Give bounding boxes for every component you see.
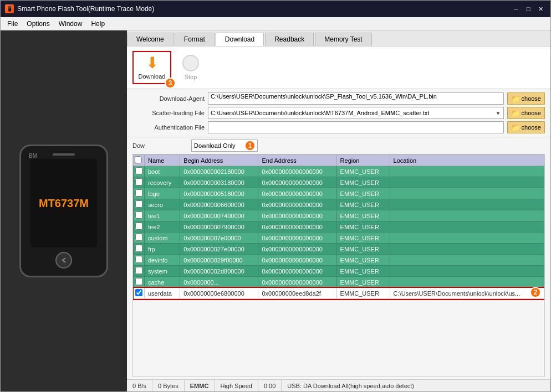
close-button[interactable]: ✕ [535, 4, 546, 14]
row-region: EMMC_USER [336, 255, 390, 266]
row-region: EMMC_USER [336, 221, 390, 233]
menu-options[interactable]: Options [22, 19, 54, 29]
phone-corner-label: BM [29, 153, 37, 159]
row-begin-address: 0x0000000005180000 [180, 188, 258, 199]
row-location [390, 199, 544, 210]
row-checkbox-cell [134, 288, 145, 299]
table-header-row: Name Begin Address End Address Region Lo… [134, 155, 544, 166]
table-row: frp 0x0000000027e00000 0x000000000000000… [134, 244, 544, 255]
menu-window[interactable]: Window [54, 19, 87, 29]
row-checkbox[interactable] [135, 234, 142, 241]
row-location [390, 277, 544, 288]
tab-readback[interactable]: Readback [265, 33, 314, 46]
maximize-button[interactable]: □ [523, 4, 534, 14]
row-location [390, 221, 544, 233]
badge-3: 3 [165, 78, 176, 89]
row-checkbox[interactable] [135, 289, 142, 296]
row-end-address: 0x0000000000000000 [258, 166, 336, 177]
minimize-button[interactable]: ─ [511, 4, 522, 14]
elapsed-time: 0:00 [258, 380, 282, 391]
row-name: frp [145, 244, 180, 255]
row-end-address: 0x0000000000000000 [258, 233, 336, 244]
window-title: Smart Phone Flash Tool(Runtime Trace Mod… [17, 5, 154, 13]
row-checkbox-cell [134, 266, 145, 277]
row-region: EMMC_USER [336, 288, 390, 299]
row-name: tee2 [145, 221, 180, 233]
status-bar: 0 B/s 0 Bytes EMMC High Speed 0:00 USB: … [127, 379, 550, 391]
row-checkbox[interactable] [135, 178, 142, 185]
row-location [390, 177, 544, 188]
tab-format[interactable]: Format [175, 33, 215, 46]
phone-home-button [55, 252, 72, 269]
row-begin-address: 0x0000000... [180, 277, 258, 288]
row-begin-address: 0x0000000006600000 [180, 199, 258, 210]
row-location [390, 233, 544, 244]
row-checkbox[interactable] [135, 167, 142, 174]
row-checkbox-cell [134, 233, 145, 244]
row-name: custom [145, 233, 180, 244]
menu-file[interactable]: File [3, 19, 22, 29]
fields-area: Download-Agent C:\Users\USER\Documents\u… [127, 89, 550, 137]
row-begin-address: 0x0000000029f00000 [180, 255, 258, 266]
menu-help[interactable]: Help [86, 19, 109, 29]
row-checkbox-cell [134, 255, 145, 266]
row-region: EMMC_USER [336, 266, 390, 277]
download-arrow-icon: ⬇ [146, 55, 159, 71]
row-checkbox[interactable] [135, 267, 142, 274]
row-end-address: 0x00000000eed8da2f [258, 288, 336, 299]
transfer-rate: 0 B/s [127, 380, 152, 391]
row-region: EMMC_USER [336, 244, 390, 255]
row-end-address: 0x0000000000000000 [258, 277, 336, 288]
flash-table: Name Begin Address End Address Region Lo… [133, 154, 544, 299]
row-checkbox[interactable] [135, 278, 142, 285]
stop-button-label: Stop [185, 74, 197, 80]
phone-screen: MT6737M [30, 159, 97, 247]
download-mode-row: Dow Download Only Format All + Download … [127, 137, 550, 154]
phone-image: BM MT6737M [19, 145, 108, 277]
row-checkbox[interactable] [135, 256, 142, 263]
tab-memory-test[interactable]: Memory Test [315, 33, 371, 46]
status-message: USB: DA Download All(high speed,auto det… [282, 380, 550, 391]
scatter-file-input[interactable]: C:\Users\USER\Documents\unlock\unlock\MT… [208, 107, 504, 119]
table-row: system 0x000000002d800000 0x000000000000… [134, 266, 544, 277]
download-agent-label: Download-Agent [132, 95, 205, 102]
row-location [390, 244, 544, 255]
table-row: logo 0x0000000005180000 0x00000000000000… [134, 188, 544, 199]
scatter-choose-button[interactable]: 📁 choose [507, 107, 545, 119]
table-row: devinfo 0x0000000029f00000 0x00000000000… [134, 255, 544, 266]
row-region: EMMC_USER [336, 233, 390, 244]
auth-file-input[interactable] [208, 121, 504, 133]
menu-bar: File Options Window Help [1, 17, 550, 30]
row-location [390, 210, 544, 221]
choose-label-3: choose [522, 124, 541, 131]
row-checkbox[interactable] [135, 223, 142, 230]
tab-bar: Welcome Format Download Readback Memory … [127, 30, 550, 47]
download-button-label: Download [139, 73, 166, 80]
row-checkbox[interactable] [135, 200, 142, 208]
row-checkbox[interactable] [135, 212, 142, 219]
row-begin-address: 0x000000007e00000 [180, 233, 258, 244]
row-name: userdata [145, 288, 180, 299]
badge-1: 1 [244, 140, 256, 151]
row-checkbox[interactable] [135, 245, 142, 252]
row-end-address: 0x0000000000000000 [258, 266, 336, 277]
phone-speaker [53, 153, 75, 156]
download-agent-choose-button[interactable]: 📁 choose [507, 92, 545, 105]
stop-button[interactable]: Stop [182, 55, 199, 80]
auth-file-row: Authentication File 📁 choose [132, 121, 545, 133]
row-checkbox-cell [134, 244, 145, 255]
row-end-address: 0x0000000000000000 [258, 210, 336, 221]
row-checkbox-cell [134, 221, 145, 233]
row-name: logo [145, 188, 180, 199]
auth-choose-button[interactable]: 📁 choose [507, 121, 545, 133]
row-checkbox[interactable] [135, 189, 142, 197]
back-arrow-icon [60, 256, 68, 264]
tab-download[interactable]: Download [216, 33, 264, 46]
tab-welcome[interactable]: Welcome [127, 33, 174, 46]
main-window: 📱 Smart Phone Flash Tool(Runtime Trace M… [0, 0, 551, 392]
row-region: EMMC_USER [336, 177, 390, 188]
download-agent-input[interactable]: C:\Users\USER\Documents\unlock\unlock\SP… [208, 92, 504, 105]
select-all-checkbox[interactable] [135, 156, 142, 163]
folder-icon: 📁 [511, 95, 520, 103]
flash-table-container[interactable]: Name Begin Address End Address Region Lo… [132, 154, 545, 377]
